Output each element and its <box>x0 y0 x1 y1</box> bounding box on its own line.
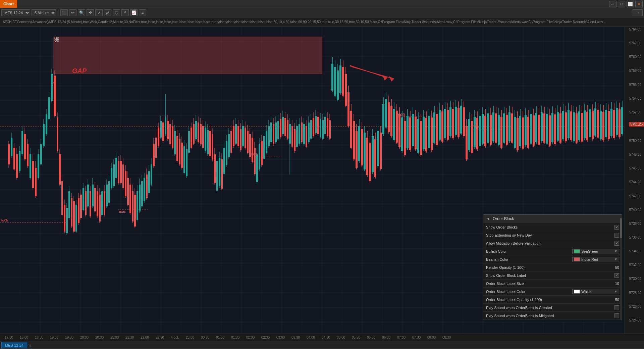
arrow-right-button[interactable]: → <box>633 9 643 16</box>
order-block-panel: ▼ Order Block Show Order Blocks Stop Ext… <box>483 214 622 320</box>
ob-bullish-color-arrow: ▼ <box>614 249 618 253</box>
arrow-button[interactable]: ↗ <box>95 9 103 16</box>
time-2300: 23:00 <box>182 336 198 339</box>
ob-control-label-opacity: 50 <box>609 298 619 302</box>
menu-button[interactable]: ≡ <box>139 9 146 16</box>
ob-label-color-swatch <box>574 290 580 294</box>
pen-button[interactable]: 🖊 <box>104 9 111 16</box>
tab-add-button[interactable]: + <box>29 342 32 348</box>
ob-label-sound-created: Play Sound when OrderBlock is Created <box>486 306 614 310</box>
ob-label-color-select[interactable]: White ▼ <box>572 289 619 294</box>
time-4oct: 4 oct. <box>167 336 182 339</box>
ob-control-bearish-color: IndianRed ▼ <box>572 257 619 262</box>
price-5728: 5728,00 <box>626 291 643 305</box>
price-5724: 5724,00 <box>626 318 643 332</box>
time-axis: 17:30 18:00 18:30 19:00 19:30 20:00 20:3… <box>0 334 644 341</box>
ob-control-label-size: 10 <box>609 282 619 286</box>
time-0200: 02:00 <box>243 336 258 339</box>
time-1930: 19:30 <box>62 336 77 339</box>
ob-scrollbar[interactable] <box>620 215 622 320</box>
svg-line-554 <box>350 65 387 78</box>
ob-checkbox-sound-mitigated[interactable] <box>614 313 619 318</box>
price-5756: 5756,00 <box>626 83 643 97</box>
ob-checkbox-stop-extending[interactable] <box>614 233 619 238</box>
svg-text:OB: OB <box>54 39 59 42</box>
price-5742: 5742,00 <box>626 194 643 208</box>
time-0230: 02:30 <box>258 336 273 339</box>
crosshair-button[interactable]: ✛ <box>87 9 94 16</box>
price-5746: 5746,00 <box>626 166 643 180</box>
ob-row-stop-extending: Stop Extending @ New Day <box>483 231 622 239</box>
svg-text:BOS: BOS <box>119 210 126 213</box>
ob-label-show-label: Show Order Block Label <box>486 273 614 278</box>
ob-scrollbar-thumb[interactable] <box>620 218 622 238</box>
time-2000: 20:00 <box>77 336 92 339</box>
draw-button[interactable]: ✏ <box>69 9 76 16</box>
price-5750: 5750,00 <box>626 139 643 153</box>
svg-marker-64 <box>389 76 394 82</box>
time-0730: 07:30 <box>409 336 424 339</box>
ob-label-label-color: Order Block Label Color <box>486 290 572 294</box>
time-2100: 21:00 <box>107 336 122 339</box>
timeframe-select[interactable]: 5 Minute <box>32 9 56 16</box>
instrument-select[interactable]: MES 12-24 <box>1 9 30 16</box>
indicator-button[interactable]: 📈 <box>130 9 138 16</box>
ob-row-sound-mitigated: Play Sound when OrderBlock is Mitigated <box>483 312 622 320</box>
ob-bearish-color-select[interactable]: IndianRed ▼ <box>572 257 619 262</box>
ob-label-allow-mitigation: Allow Mitigation Before Validation <box>486 241 614 245</box>
price-5760: 5760,00 <box>626 55 643 69</box>
price-axis: 5764,00 5762,00 5760,00 5758,00 5756,00 … <box>625 27 644 334</box>
chart-title-label: Chart <box>0 0 17 8</box>
tab-mes1224[interactable]: MES 12-24 <box>1 342 27 349</box>
minimize-button[interactable]: ─ <box>609 1 616 7</box>
time-1830: 18:30 <box>32 336 47 339</box>
time-0300: 03:00 <box>273 336 288 339</box>
info-bar: ATCHICTConcepts(Advanced)/MES 12-24 (5 M… <box>0 17 644 27</box>
ob-control-show-label <box>614 273 619 278</box>
price-5762: 5762,00 <box>626 41 643 55</box>
ob-checkbox-allow-mitigation[interactable] <box>614 241 619 246</box>
rect-button[interactable]: ⬡ <box>113 9 120 16</box>
close-button[interactable]: ✕ <box>635 1 643 7</box>
price-5748: 5748,00 <box>626 153 643 166</box>
svg-text:hoCh: hoCh <box>1 219 8 222</box>
ob-label-show: Show Order Blocks <box>486 225 614 229</box>
tab-bar: MES 12-24 + <box>0 341 644 349</box>
ob-row-bullish-color: Bullish Color SeaGreen ▼ <box>483 247 622 255</box>
time-0400: 04:00 <box>303 336 318 339</box>
ob-control-bullish-color: SeaGreen ▼ <box>572 249 619 254</box>
ob-control-label-color: White ▼ <box>572 289 619 294</box>
time-0800: 08:00 <box>424 336 439 339</box>
ob-row-bearish-color: Bearish Color IndianRed ▼ <box>483 255 622 263</box>
ob-label-label-opacity: Order Block Label Opacity (1-100) <box>486 298 609 302</box>
ob-row-label-color: Order Block Label Color White ▼ <box>483 288 622 296</box>
ob-label-color-dropdown-arrow: ▼ <box>614 290 618 293</box>
ob-checkbox-show-label[interactable] <box>614 273 619 278</box>
time-0700: 07:00 <box>394 336 409 339</box>
ob-row-label-opacity: Order Block Label Opacity (1-100) 50 <box>483 296 622 304</box>
ob-control-allow-mitigation <box>614 241 619 246</box>
bar-type-button[interactable]: ⬛ <box>60 9 68 16</box>
ob-panel-collapse-icon: ▼ <box>487 217 490 221</box>
ob-label-label-size: Order Block Label Size <box>486 282 609 286</box>
ob-bearish-color-name: IndianRed <box>581 257 613 261</box>
info-text: ATCHICTConcepts(Advanced)/MES 12-24 (5 M… <box>3 20 606 24</box>
ob-bullish-color-select[interactable]: SeaGreen ▼ <box>572 249 619 254</box>
ob-checkbox-sound-created[interactable] <box>614 305 619 310</box>
magnify-button[interactable]: 🔍 <box>78 9 85 16</box>
time-1730: 17:30 <box>1 336 16 339</box>
ob-panel-header[interactable]: ▼ Order Block <box>483 215 622 223</box>
ob-label-render-opacity: Render Opacity (1-100) <box>486 265 609 269</box>
ray-button[interactable]: 〃 <box>121 9 129 16</box>
time-0830: 08:30 <box>439 336 454 339</box>
price-5736: 5736,00 <box>626 236 643 249</box>
ob-label-stop-extending: Stop Extending @ New Day <box>486 233 614 237</box>
ob-bearish-color-arrow: ▼ <box>614 257 618 261</box>
maximize-button[interactable]: ⬜ <box>627 1 634 7</box>
ob-bullish-swatch <box>574 249 580 253</box>
ob-value-label-opacity: 50 <box>609 298 619 302</box>
time-2030: 20:30 <box>92 336 107 339</box>
price-5744: 5744,00 <box>626 180 643 194</box>
ob-checkbox-show[interactable] <box>614 225 619 230</box>
restore-button[interactable]: □ <box>618 1 625 7</box>
